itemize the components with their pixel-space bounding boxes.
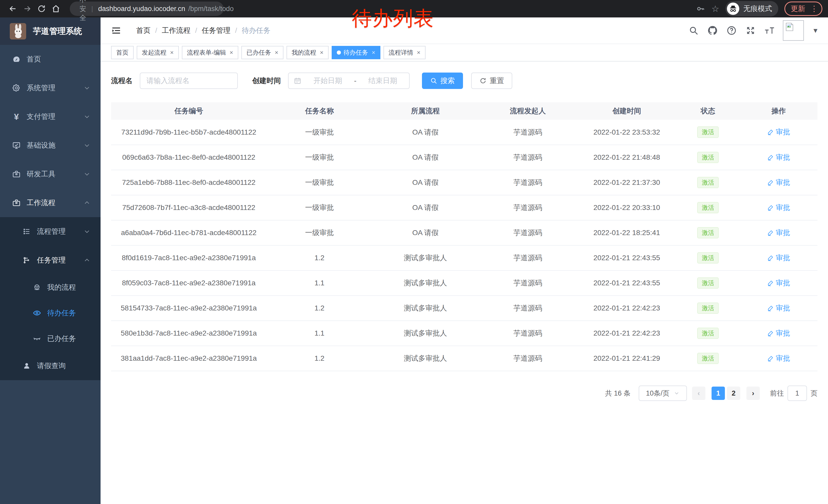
tab-流程详情[interactable]: 流程详情× — [383, 46, 425, 59]
tab-发起流程[interactable]: 发起流程× — [137, 46, 179, 59]
breadcrumb-item[interactable]: 任务管理 — [202, 26, 231, 35]
status-cell: 激活 — [676, 170, 740, 195]
edit-pen-icon — [767, 305, 774, 312]
process-name-input[interactable] — [140, 73, 238, 89]
sidebar-item-label: 请假查询 — [37, 361, 66, 371]
tab-label: 我的流程 — [292, 48, 316, 57]
breadcrumb-item[interactable]: 工作流程 — [162, 26, 191, 35]
status-cell: 激活 — [676, 195, 740, 220]
page-size-select[interactable]: 10条/页 — [639, 385, 687, 401]
eye-icon — [32, 309, 42, 317]
fullscreen-icon[interactable] — [745, 25, 756, 36]
tab-待办任务[interactable]: 待办任务× — [332, 46, 380, 59]
page-button-1[interactable]: 1 — [711, 386, 725, 400]
approve-link[interactable]: 审批 — [767, 228, 790, 238]
tab-已办任务[interactable]: 已办任务× — [241, 46, 283, 59]
approve-link[interactable]: 审批 — [767, 328, 790, 338]
starter-cell: 芋道源码 — [479, 295, 577, 321]
browser-home-icon[interactable] — [49, 2, 63, 16]
approve-label: 审批 — [776, 127, 790, 137]
not-secure-label[interactable]: 不安全 — [80, 0, 86, 22]
sidebar-item-devtools[interactable]: 研发工具 — [0, 160, 100, 188]
sidebar-item-done-tasks[interactable]: 已办任务 — [0, 326, 100, 352]
browser-reload-icon[interactable] — [34, 2, 49, 16]
tab-我的流程[interactable]: 我的流程× — [287, 46, 329, 59]
column-header: 创建时间 — [577, 102, 676, 120]
approve-link[interactable]: 审批 — [767, 127, 790, 137]
tab-close-icon[interactable]: × — [417, 49, 420, 56]
bookmark-star-icon[interactable]: ☆ — [711, 4, 719, 14]
sidebar-item-label: 流程管理 — [37, 227, 66, 236]
tab-close-icon[interactable]: × — [275, 49, 278, 56]
status-badge: 激活 — [697, 152, 719, 163]
browser-forward-icon[interactable] — [20, 2, 34, 16]
avatar[interactable] — [783, 20, 804, 41]
approve-link[interactable]: 审批 — [767, 152, 790, 162]
browser-back-icon[interactable] — [6, 2, 20, 16]
active-tab-dot — [337, 50, 341, 55]
help-icon[interactable] — [726, 25, 737, 36]
sidebar-item-todo-tasks[interactable]: 待办任务 — [0, 300, 100, 326]
sidebar-item-label: 研发工具 — [27, 169, 55, 179]
tab-label: 首页 — [116, 48, 128, 57]
approve-label: 审批 — [776, 354, 790, 363]
app-logo — [10, 23, 26, 40]
tab-close-icon[interactable]: × — [320, 49, 324, 56]
search-icon[interactable] — [688, 25, 699, 36]
approve-link[interactable]: 审批 — [767, 178, 790, 187]
tab-流程表单-编辑[interactable]: 流程表单-编辑× — [182, 46, 238, 59]
sidebar-item-leave-query[interactable]: 请假查询 — [0, 352, 100, 380]
approve-link[interactable]: 审批 — [767, 253, 790, 263]
tab-close-icon[interactable]: × — [372, 49, 375, 56]
tab-首页[interactable]: 首页 — [111, 46, 134, 59]
address-divider: | — [91, 5, 93, 13]
page-size-value: 10条/页 — [646, 388, 669, 398]
pager-pages: 12 — [710, 386, 741, 400]
browser-menu-icon[interactable]: ⋮ — [810, 5, 818, 12]
task-id-cell: 381aa1dd-7ac8-11ec-a9e2-a2380e71991a — [111, 346, 266, 371]
date-range-picker[interactable]: 开始日期 - 结束日期 — [288, 73, 410, 89]
search-button[interactable]: 搜索 — [422, 73, 463, 89]
approve-link[interactable]: 审批 — [767, 303, 790, 313]
sidebar-collapse-icon[interactable] — [111, 26, 121, 36]
sidebar-item-my-process[interactable]: 我的流程 — [0, 275, 100, 300]
browser-update-button[interactable]: 更新 ⋮ — [784, 2, 822, 16]
incognito-icon — [727, 3, 739, 15]
approve-link[interactable]: 审批 — [767, 278, 790, 288]
font-size-icon[interactable] — [764, 25, 775, 36]
sidebar-item-infra[interactable]: 基础设施 — [0, 131, 100, 160]
github-icon[interactable] — [707, 25, 718, 36]
password-key-icon[interactable] — [696, 4, 705, 13]
sidebar-item-payment[interactable]: ¥ 支付管理 — [0, 102, 100, 131]
sidebar-item-task-mgmt[interactable]: 任务管理 — [0, 246, 100, 275]
sidebar-item-home[interactable]: 首页 — [0, 45, 100, 74]
url-host: dashboard.yudao.iocoder.cn — [98, 5, 185, 13]
chevron-down-icon — [84, 142, 90, 149]
tab-close-icon[interactable]: × — [170, 49, 174, 56]
sidebar-item-label: 任务管理 — [37, 255, 66, 265]
breadcrumb-item[interactable]: 首页 — [136, 26, 151, 35]
task-id-cell: 725a1eb6-7b88-11ec-8ef0-acde48001122 — [111, 170, 266, 195]
sidebar-item-system[interactable]: 系统管理 — [0, 74, 100, 102]
avatar-caret-icon[interactable]: ▼ — [812, 27, 819, 35]
sidebar: 芋道管理系统 首页 系统管理 ¥ 支付管理 基础设施 — [0, 17, 100, 504]
prev-page-button[interactable]: ‹ — [692, 386, 705, 400]
page-button-2[interactable]: 2 — [727, 386, 740, 400]
status-badge: 激活 — [697, 126, 719, 138]
tab-close-icon[interactable]: × — [230, 49, 233, 56]
address-bar[interactable]: 不安全 | dashboard.yudao.iocoder.cn/bpm/tas… — [70, 2, 224, 16]
reset-button[interactable]: 重置 — [471, 73, 512, 89]
status-badge: 激活 — [697, 202, 719, 214]
next-page-button[interactable]: › — [746, 386, 760, 400]
task-id-cell: 58154733-7ac8-11ec-a9e2-a2380e71991a — [111, 295, 266, 321]
approve-link[interactable]: 审批 — [767, 203, 790, 213]
incognito-badge: 无痕模式 — [726, 1, 778, 16]
starter-cell: 芋道源码 — [479, 270, 577, 295]
sidebar-item-workflow[interactable]: 工作流程 — [0, 188, 100, 217]
update-label[interactable]: 更新 — [791, 4, 805, 13]
sidebar-item-process-mgmt[interactable]: 流程管理 — [0, 217, 100, 246]
approve-link[interactable]: 审批 — [767, 354, 790, 363]
goto-page-input[interactable] — [787, 385, 807, 401]
status-cell: 激活 — [676, 245, 740, 270]
task-name-cell: 1.2 — [266, 295, 372, 321]
